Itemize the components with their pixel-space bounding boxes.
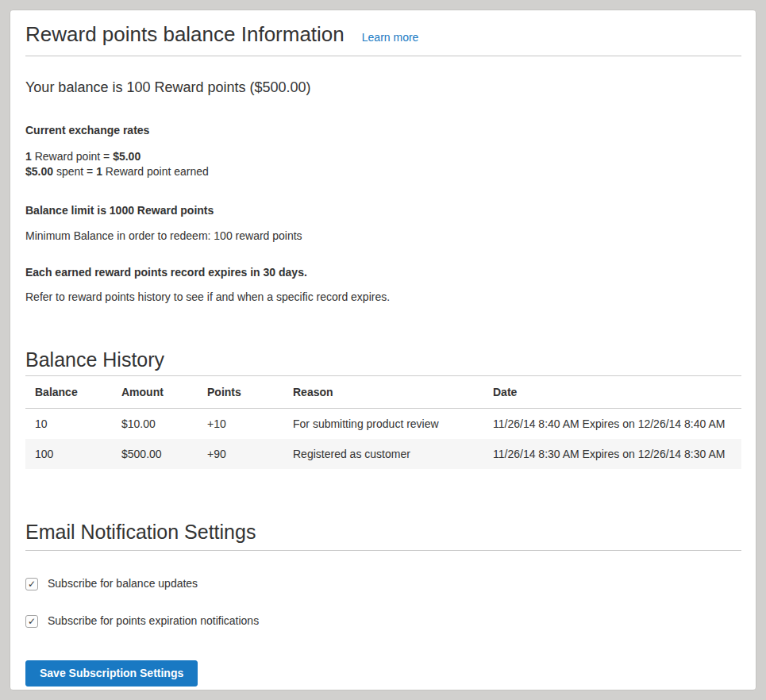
- learn-more-link[interactable]: Learn more: [362, 31, 419, 44]
- panel-header: Reward points balance Information Learn …: [25, 21, 741, 56]
- rate-to-currency: 1 Reward point = $5.00: [25, 149, 741, 164]
- balance-history-title: Balance History: [25, 348, 741, 371]
- exchange-rates-heading: Current exchange rates: [25, 124, 741, 137]
- cell-date: 11/26/14 8:30 AM Expires on 12/26/14 8:3…: [483, 439, 741, 469]
- reward-points-panel: Reward points balance Information Learn …: [10, 10, 756, 690]
- subscribe-balance-updates-row[interactable]: ✓ Subscribe for balance updates: [25, 577, 741, 590]
- balance-updates-checkbox[interactable]: ✓: [25, 578, 38, 590]
- cell-points: +90: [198, 439, 283, 469]
- exchange-rates: 1 Reward point = $5.00 $5.00 spent = 1 R…: [25, 149, 741, 179]
- page-background: Reward points balance Information Learn …: [0, 0, 766, 700]
- checkmark-icon: ✓: [28, 579, 36, 589]
- email-settings-title: Email Notification Settings: [25, 520, 741, 551]
- cell-points: +10: [198, 409, 283, 440]
- column-header-reason: Reason: [283, 376, 483, 409]
- cell-balance: 100: [25, 439, 112, 469]
- table-header-row: Balance Amount Points Reason Date: [25, 376, 741, 409]
- column-header-balance: Balance: [25, 376, 112, 409]
- column-header-date: Date: [483, 376, 741, 409]
- cell-amount: $500.00: [112, 439, 198, 469]
- subscribe-expiration-row[interactable]: ✓ Subscribe for points expiration notifi…: [25, 614, 741, 628]
- rate-to-points: $5.00 spent = 1 Reward point earned: [25, 164, 741, 179]
- balance-limit: Balance limit is 1000 Reward points: [25, 204, 741, 217]
- balance-updates-label[interactable]: Subscribe for balance updates: [48, 577, 198, 590]
- table-row: 10 $10.00 +10 For submitting product rev…: [25, 409, 741, 440]
- table-row: 100 $500.00 +90 Registered as customer 1…: [25, 439, 741, 469]
- column-header-amount: Amount: [112, 376, 198, 409]
- column-header-points: Points: [198, 376, 283, 409]
- cell-reason: Registered as customer: [283, 439, 483, 469]
- minimum-balance: Minimum Balance in order to redeem: 100 …: [25, 229, 741, 243]
- expiration-note: Refer to reward points history to see if…: [25, 290, 741, 304]
- cell-date: 11/26/14 8:40 AM Expires on 12/26/14 8:4…: [483, 409, 741, 440]
- cell-amount: $10.00: [112, 409, 198, 440]
- checkmark-icon: ✓: [28, 617, 36, 626]
- page-title: Reward points balance Information: [25, 21, 345, 47]
- expiration-rule: Each earned reward points record expires…: [25, 266, 741, 279]
- balance-summary: Your balance is 100 Reward points ($500.…: [25, 79, 741, 97]
- expiration-notifications-checkbox[interactable]: ✓: [25, 615, 38, 628]
- balance-history-table: Balance Amount Points Reason Date 10 $10…: [25, 375, 741, 469]
- save-subscription-settings-button[interactable]: Save Subscription Settings: [25, 660, 198, 687]
- cell-reason: For submitting product review: [283, 409, 483, 440]
- expiration-notifications-label[interactable]: Subscribe for points expiration notifica…: [48, 614, 259, 628]
- cell-balance: 10: [25, 409, 112, 440]
